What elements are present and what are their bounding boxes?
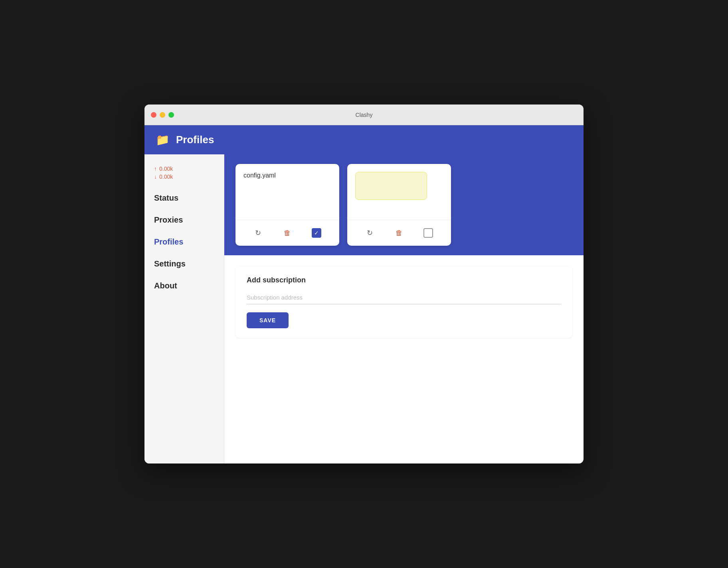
- sidebar-item-profiles[interactable]: Profiles: [144, 232, 224, 252]
- content-bottom: Add subscription SAVE: [224, 255, 584, 463]
- delete-button-config[interactable]: 🗑: [280, 226, 295, 240]
- content-area: config.yaml ↻ 🗑 ✓: [224, 154, 584, 463]
- sidebar-item-settings[interactable]: Settings: [144, 254, 224, 274]
- save-button[interactable]: SAVE: [247, 312, 289, 328]
- up-arrow-icon: ↑: [154, 166, 157, 172]
- subscription-thumbnail: [355, 172, 427, 200]
- sidebar-nav: Status Proxies Profiles Settings About: [144, 188, 224, 296]
- folder-icon: 📁: [156, 133, 170, 146]
- download-value: 0.00k: [159, 174, 173, 180]
- trash-icon-config: 🗑: [284, 229, 291, 237]
- card-name-config: config.yaml: [243, 172, 276, 179]
- page-header: 📁 Profiles: [144, 125, 584, 154]
- card-actions-config: ↻ 🗑 ✓: [235, 220, 339, 246]
- subscription-input[interactable]: [247, 291, 561, 304]
- select-button-config[interactable]: ✓: [309, 226, 324, 240]
- network-stats: ↑ 0.00k ↓ 0.00k: [144, 162, 224, 188]
- sidebar-item-proxies[interactable]: Proxies: [144, 210, 224, 230]
- reload-button-config[interactable]: ↻: [251, 226, 265, 240]
- profile-card-config: config.yaml ↻ 🗑 ✓: [235, 164, 339, 246]
- profile-cards-container: config.yaml ↻ 🗑 ✓: [224, 154, 584, 255]
- page-title: Profiles: [176, 134, 214, 146]
- checkbox-checked-config: ✓: [312, 228, 321, 238]
- main-layout: ↑ 0.00k ↓ 0.00k Status Proxies Profiles …: [144, 154, 584, 463]
- profile-card-subscription: ↻ 🗑: [347, 164, 451, 246]
- download-stat: ↓ 0.00k: [154, 174, 214, 180]
- close-button[interactable]: [151, 112, 156, 118]
- card-actions-subscription: ↻ 🗑: [347, 220, 451, 246]
- sidebar-item-about[interactable]: About: [144, 276, 224, 296]
- card-top-config: config.yaml: [235, 164, 339, 220]
- subscription-box: Add subscription SAVE: [235, 266, 572, 338]
- subscription-title: Add subscription: [247, 276, 561, 284]
- app-window: Clashy 📁 Profiles ↑ 0.00k ↓ 0.00k Status: [144, 105, 584, 463]
- sidebar-item-status[interactable]: Status: [144, 188, 224, 208]
- delete-button-subscription[interactable]: 🗑: [392, 226, 406, 240]
- minimize-button[interactable]: [160, 112, 165, 118]
- down-arrow-icon: ↓: [154, 174, 157, 180]
- maximize-button[interactable]: [168, 112, 174, 118]
- card-top-subscription: [347, 164, 451, 220]
- upload-value: 0.00k: [159, 166, 173, 172]
- select-button-subscription[interactable]: [421, 226, 435, 240]
- upload-stat: ↑ 0.00k: [154, 166, 214, 172]
- reload-icon-subscription: ↻: [367, 229, 373, 237]
- reload-icon-config: ↻: [255, 229, 261, 237]
- traffic-lights: [151, 112, 174, 118]
- titlebar: Clashy: [144, 105, 584, 125]
- trash-icon-subscription: 🗑: [396, 229, 403, 237]
- sidebar: ↑ 0.00k ↓ 0.00k Status Proxies Profiles …: [144, 154, 224, 463]
- reload-button-subscription[interactable]: ↻: [363, 226, 377, 240]
- checkbox-unchecked-subscription: [423, 228, 433, 238]
- window-title: Clashy: [356, 112, 373, 118]
